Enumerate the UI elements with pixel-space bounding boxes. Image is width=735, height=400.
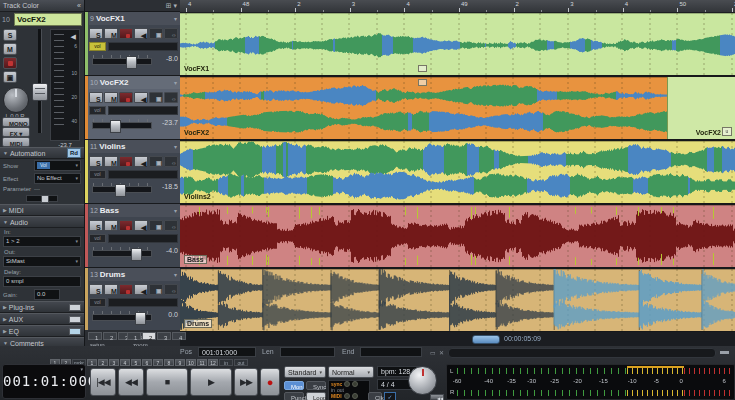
marker-button-6[interactable]: 6: [142, 359, 152, 366]
marker-button-9[interactable]: 9: [175, 359, 185, 366]
slider-handle[interactable]: [131, 248, 142, 261]
speaker-button[interactable]: ◀: [134, 92, 148, 103]
track-lane[interactable]: u VocFX1: [180, 13, 735, 77]
mute-button[interactable]: M: [104, 92, 118, 103]
mute-button[interactable]: M: [3, 43, 17, 55]
track-lane[interactable]: u Bass: [180, 205, 735, 269]
record-arm-button[interactable]: [119, 28, 133, 39]
track-name-row[interactable]: 11 Violins ▾: [89, 140, 180, 153]
nudge-back-button[interactable]: ◀◀: [430, 394, 444, 400]
monitor-icon[interactable]: ▣: [149, 28, 163, 39]
chevron-down-icon[interactable]: ▾: [174, 15, 177, 22]
time-display[interactable]: 001:01:000 ▾: [2, 364, 86, 399]
speaker-icon[interactable]: ◀: [71, 33, 76, 41]
slider-handle[interactable]: [135, 312, 146, 325]
clip-lock-icon[interactable]: u: [722, 127, 732, 136]
solo-button[interactable]: S: [89, 28, 103, 39]
setup-button-2[interactable]: 2: [103, 332, 117, 340]
track-name-row[interactable]: 10 VocFX2 ▾: [89, 76, 180, 89]
section-midi[interactable]: ▶MIDI: [0, 204, 84, 216]
zoom-button-3[interactable]: 3: [157, 332, 171, 340]
slider-handle[interactable]: [115, 184, 126, 197]
section-plugins[interactable]: ▶Plug-ins: [0, 301, 84, 313]
monitor-icon[interactable]: ▣: [149, 92, 163, 103]
grid-icon[interactable]: ⊞ ▾: [166, 2, 177, 10]
record-mode-select[interactable]: Normal▾: [328, 366, 374, 378]
marker-button-10[interactable]: 10: [186, 359, 196, 366]
marker-button-7[interactable]: 7: [153, 359, 163, 366]
track-lane[interactable]: u Drums: [180, 269, 735, 333]
time-format-icon[interactable]: ▾: [80, 366, 83, 372]
setup-button-1[interactable]: 1: [88, 332, 102, 340]
mute-button[interactable]: M: [104, 28, 118, 39]
marker-button-2[interactable]: 2: [98, 359, 108, 366]
dock-minimize-icon[interactable]: ▭: [430, 349, 436, 356]
automation-read-button[interactable]: Rd: [67, 148, 81, 158]
record-arm-button[interactable]: [3, 57, 17, 69]
track-panel[interactable]: 9 VocFX1 ▾ S M ◀ ▣ ☼ vol -8.: [85, 12, 180, 76]
volume-slider[interactable]: [92, 58, 152, 65]
gear-icon[interactable]: ☼: [164, 28, 178, 39]
speaker-button[interactable]: ◀: [134, 156, 148, 167]
chevron-down-icon[interactable]: ▾: [174, 207, 177, 214]
track-panel[interactable]: 13 Drums ▾ S M ◀ ▣ ☼ vol 0.0: [85, 268, 180, 332]
zoom-button-2[interactable]: 2: [142, 332, 156, 340]
speaker-button[interactable]: ◀: [134, 284, 148, 295]
vol-chip[interactable]: vol: [89, 234, 106, 243]
audio-in-select[interactable]: 1 > 2▾: [3, 236, 81, 247]
vol-chip[interactable]: vol: [89, 170, 106, 179]
track-lane[interactable]: VocFX2 u VocFX2: [180, 77, 735, 141]
end-field[interactable]: [360, 347, 422, 357]
dock-close-icon[interactable]: ✕: [439, 349, 444, 356]
record-arm-button[interactable]: [119, 284, 133, 295]
volume-fader[interactable]: [32, 29, 46, 133]
solo-button[interactable]: S: [89, 92, 103, 103]
track-name-row[interactable]: 9 VocFX1 ▾: [89, 12, 180, 25]
clip-tail[interactable]: VocFX2 u: [667, 77, 735, 139]
record-arm-button[interactable]: [119, 220, 133, 231]
click-checkbox[interactable]: ✓: [384, 392, 396, 400]
track-name-field[interactable]: VocFX2: [14, 13, 82, 26]
gear-icon[interactable]: ☼: [164, 156, 178, 167]
io-button-in[interactable]: in: [219, 359, 233, 366]
vol-chip[interactable]: vol: [89, 42, 106, 51]
rewind-button[interactable]: ◀◀: [118, 368, 144, 396]
io-button-out[interactable]: out: [234, 359, 248, 366]
parameter-slider[interactable]: [26, 195, 58, 202]
track-panel[interactable]: 12 Bass ▾ S M ◀ ▣ ☼ vol -4.0: [85, 204, 180, 268]
marker-button-8[interactable]: 8: [164, 359, 174, 366]
collapse-icon[interactable]: «: [77, 2, 81, 9]
gear-icon[interactable]: ☼: [164, 220, 178, 231]
pan-knob[interactable]: [3, 87, 29, 113]
loop-button[interactable]: Loop: [306, 392, 326, 400]
volume-slider[interactable]: [92, 250, 152, 257]
solo-button[interactable]: S: [3, 29, 17, 41]
chevron-down-icon[interactable]: ▾: [174, 271, 177, 278]
zoom-button-1[interactable]: 1: [127, 332, 141, 340]
track-panel[interactable]: 11 Violins ▾ S M ◀ ▣ ☼ vol -: [85, 140, 180, 204]
slider-handle[interactable]: [110, 120, 121, 133]
section-audio[interactable]: ▼Audio: [0, 216, 84, 228]
delay-field[interactable]: 0 smpl: [3, 276, 81, 287]
marker-button-5[interactable]: 5: [131, 359, 141, 366]
mute-button[interactable]: M: [104, 220, 118, 231]
volume-slider[interactable]: [92, 314, 152, 321]
mono-button[interactable]: MONO: [2, 117, 30, 127]
volume-slider[interactable]: [92, 186, 152, 193]
slider-handle[interactable]: [126, 56, 137, 69]
track-name-row[interactable]: 13 Drums ▾: [89, 268, 180, 281]
volume-slider[interactable]: [92, 122, 152, 129]
vol-chip[interactable]: vol: [89, 106, 106, 115]
sync-button[interactable]: Sync: [306, 381, 326, 390]
chevron-down-icon[interactable]: ▾: [174, 79, 177, 86]
show-select[interactable]: Vol▾: [34, 160, 81, 171]
forward-button[interactable]: ▶▶: [234, 368, 258, 396]
track-name-row[interactable]: 12 Bass ▾: [89, 204, 180, 217]
play-button[interactable]: ▶: [190, 368, 232, 396]
minimize-handle-icon[interactable]: [720, 351, 729, 354]
solo-button[interactable]: S: [89, 284, 103, 295]
mute-button[interactable]: M: [104, 284, 118, 295]
fader-handle[interactable]: [32, 83, 48, 101]
marker-button-12[interactable]: 12: [208, 359, 218, 366]
marker-button-11[interactable]: 11: [197, 359, 207, 366]
